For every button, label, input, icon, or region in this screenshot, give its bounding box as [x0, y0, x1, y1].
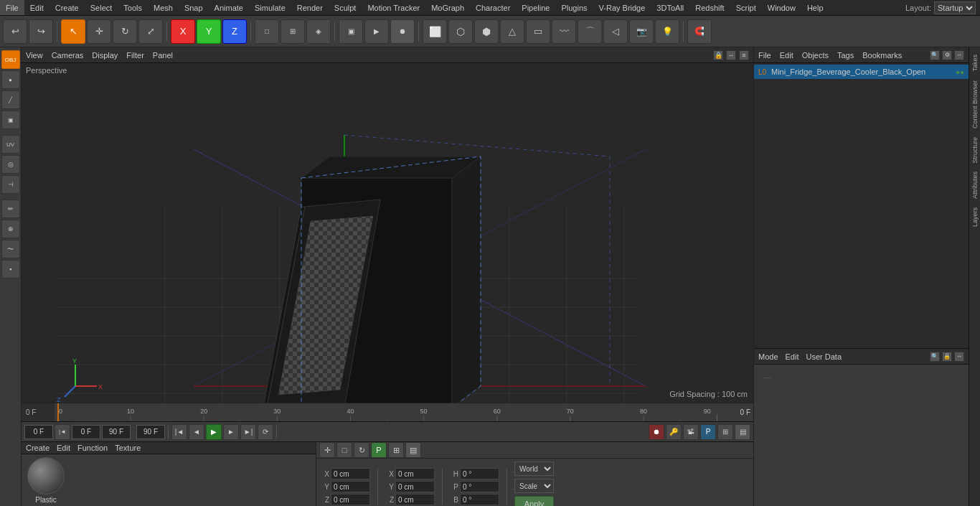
- menu-file[interactable]: File: [0, 0, 24, 15]
- scale-dropdown[interactable]: Scale: [514, 479, 554, 493]
- snap-button[interactable]: 🧲: [687, 19, 712, 44]
- menu-plugins[interactable]: Plugins: [555, 0, 593, 15]
- camera-button[interactable]: 📷: [629, 19, 654, 44]
- light-button[interactable]: 💡: [655, 19, 679, 44]
- axis-y-button[interactable]: Y: [197, 19, 221, 44]
- timeline-toggle-button[interactable]: ▤: [735, 424, 750, 440]
- pos-z-input[interactable]: [331, 494, 370, 505]
- menu-animate[interactable]: Animate: [209, 0, 249, 15]
- play-button play[interactable]: ▶: [206, 424, 222, 440]
- viewport-nav-display[interactable]: Display: [92, 51, 118, 60]
- mat-function[interactable]: Function: [77, 444, 108, 452]
- select-tool-button[interactable]: ↖: [61, 19, 85, 44]
- frame-current-input[interactable]: [72, 425, 100, 439]
- tab-layers[interactable]: Layers: [971, 203, 979, 231]
- coords-grid-btn[interactable]: ⊞: [388, 442, 404, 458]
- axis-z-button[interactable]: Z: [222, 19, 247, 44]
- tab-structure[interactable]: Structure: [971, 133, 979, 168]
- mat-edit[interactable]: Edit: [57, 444, 70, 452]
- world-dropdown[interactable]: World Object: [514, 462, 554, 476]
- menu-edit[interactable]: Edit: [24, 0, 50, 15]
- mat-texture[interactable]: Texture: [115, 444, 141, 452]
- expand-icon[interactable]: ↔: [954, 50, 964, 60]
- tab-content-browser[interactable]: Content Browser: [971, 76, 979, 133]
- pos-y-input[interactable]: [331, 481, 370, 492]
- frame-start-input[interactable]: [24, 425, 53, 439]
- menu-motion-tracker[interactable]: Motion Tracker: [362, 0, 425, 15]
- object-mode-button[interactable]: □: [255, 19, 279, 44]
- tree-item-fridge[interactable]: L0 Mini_Fridge_Beverage_Cooler_Black_Ope…: [754, 65, 969, 79]
- undo-button[interactable]: ↩: [3, 19, 27, 44]
- go-end-button[interactable]: ►|: [240, 424, 256, 440]
- material-item[interactable]: Plastic: [27, 457, 65, 504]
- redo-button[interactable]: ↪: [29, 19, 53, 44]
- coords-view-btn[interactable]: ▤: [405, 442, 421, 458]
- viewport-nav-view[interactable]: View: [26, 51, 43, 60]
- scale-tool-button[interactable]: ⤢: [138, 19, 163, 44]
- plane-button[interactable]: ▭: [526, 19, 550, 44]
- coords-object-btn[interactable]: □: [336, 442, 352, 458]
- menu-mesh[interactable]: Mesh: [148, 0, 179, 15]
- menu-3dtoall[interactable]: 3DToAll: [651, 0, 689, 15]
- mode-poly[interactable]: ▣: [1, 111, 20, 129]
- settings-icon[interactable]: ⚙: [942, 50, 952, 60]
- menu-simulate[interactable]: Simulate: [249, 0, 291, 15]
- mode-object[interactable]: OBJ: [1, 50, 20, 69]
- nurbs-button[interactable]: ⌒: [578, 19, 602, 44]
- sculpt-paint[interactable]: ✏: [1, 200, 20, 218]
- rp-objects[interactable]: Objects: [802, 51, 829, 60]
- record-active-button[interactable]: ⏺: [649, 424, 664, 440]
- tab-attributes[interactable]: Attributes: [971, 167, 979, 203]
- mode-point[interactable]: ●: [1, 70, 20, 89]
- rp-edit[interactable]: Edit: [780, 51, 793, 60]
- render-view-button[interactable]: ▶: [364, 19, 389, 44]
- viewport-nav-cameras[interactable]: Cameras: [52, 51, 84, 60]
- rp-file[interactable]: File: [758, 51, 771, 60]
- edit-mode-button[interactable]: ⊞: [281, 19, 305, 44]
- apply-button[interactable]: Apply: [514, 496, 554, 506]
- go-start-button[interactable]: |◄: [171, 424, 187, 440]
- next-frame-button[interactable]: ►: [223, 424, 239, 440]
- size-z-input[interactable]: [395, 494, 435, 505]
- attr-search-icon[interactable]: 🔍: [930, 352, 940, 362]
- pos-x-input[interactable]: [331, 468, 370, 479]
- keyframe-prev-left[interactable]: |◄: [55, 424, 70, 440]
- rp-bookmarks[interactable]: Bookmarks: [862, 51, 902, 60]
- viewport-nav-filter[interactable]: Filter: [126, 51, 143, 60]
- menu-script[interactable]: Script: [730, 0, 762, 15]
- viewport-lock-icon[interactable]: 🔒: [713, 50, 723, 60]
- menu-vray[interactable]: V-Ray Bridge: [593, 0, 651, 15]
- anim-record-button[interactable]: ⏺: [390, 19, 415, 44]
- viewport-canvas[interactable]: X Y Z Perspective Grid Spacing : 100 cm: [22, 63, 753, 403]
- menu-character[interactable]: Character: [470, 0, 516, 15]
- deformer-button[interactable]: ◁: [603, 19, 628, 44]
- prev-frame-button[interactable]: ◄: [189, 424, 204, 440]
- sculpt-fill[interactable]: ▪: [1, 260, 20, 278]
- texture-mode-button[interactable]: ◈: [306, 19, 331, 44]
- menu-snap[interactable]: Snap: [179, 0, 209, 15]
- menu-redshift[interactable]: Redshift: [689, 0, 730, 15]
- attr-lock-icon[interactable]: 🔒: [942, 352, 952, 362]
- render-region-button[interactable]: ▣: [339, 19, 363, 44]
- mode-uvw[interactable]: UV: [1, 135, 20, 154]
- mode-edge[interactable]: ╱: [1, 90, 20, 109]
- menu-tools[interactable]: Tools: [118, 0, 148, 15]
- sculpt-smooth[interactable]: 〜: [1, 240, 20, 258]
- coords-pivot-btn[interactable]: P: [371, 442, 387, 458]
- move-tool-button[interactable]: ✛: [87, 19, 111, 44]
- soft-selection[interactable]: ◎: [1, 155, 20, 174]
- attr-mode[interactable]: Mode: [758, 352, 778, 361]
- menu-select[interactable]: Select: [85, 0, 118, 15]
- auto-key-button[interactable]: 🔑: [666, 424, 682, 440]
- cube-button[interactable]: ⬜: [423, 19, 447, 44]
- rot-h-input[interactable]: [460, 468, 499, 479]
- attr-expand-icon[interactable]: ↔: [954, 352, 964, 362]
- menu-sculpt[interactable]: Sculpt: [329, 0, 362, 15]
- frame-end-input-2[interactable]: [136, 425, 165, 439]
- axis-x-button[interactable]: X: [171, 19, 195, 44]
- keyframe-grid-button[interactable]: ⊞: [717, 424, 733, 440]
- cylinder-button[interactable]: ⬢: [474, 19, 499, 44]
- menu-create[interactable]: Create: [50, 0, 85, 15]
- menu-pipeline[interactable]: Pipeline: [516, 0, 555, 15]
- rot-b-input[interactable]: [460, 494, 499, 505]
